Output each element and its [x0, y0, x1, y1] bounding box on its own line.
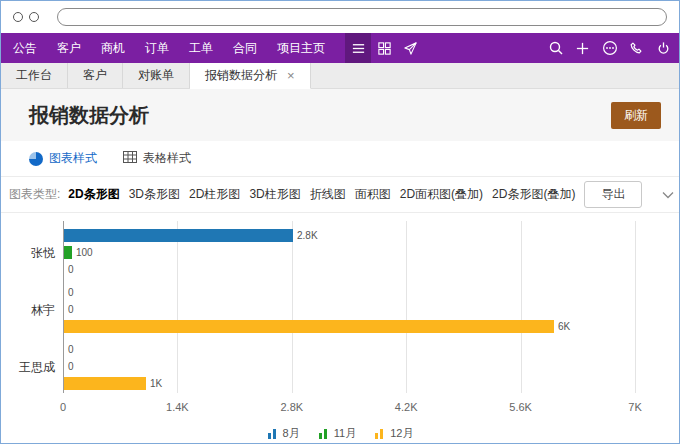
chart-type-option[interactable]: 3D柱形图: [249, 186, 300, 203]
legend-item: 8月: [267, 426, 300, 441]
plus-icon[interactable]: [569, 33, 596, 63]
chart-type-option[interactable]: 2D条形图: [68, 186, 119, 203]
tab-label: 工作台: [16, 67, 52, 84]
x-tick-label: 7K: [628, 401, 641, 413]
chart-plot: 2.8K1000006K001K: [63, 221, 635, 393]
bar-value-label: 0: [68, 303, 74, 316]
bar-value-label: 1K: [150, 377, 162, 390]
legend-item: 11月: [318, 426, 356, 441]
tab[interactable]: 对账单: [123, 63, 190, 88]
chart-type-option[interactable]: 折线图: [310, 186, 346, 203]
top-nav: 公告客户商机订单工单合同项目主页: [1, 33, 679, 63]
view-toggle: 图表样式 表格样式: [1, 141, 679, 176]
gridline: [292, 221, 293, 393]
tab-label: 报销数据分析: [205, 67, 277, 84]
nav-item[interactable]: 合同: [223, 33, 267, 63]
legend-icon: [374, 428, 385, 439]
export-button[interactable]: 导出: [584, 181, 642, 208]
titlebar-circle-button-2[interactable]: [29, 12, 39, 22]
address-input[interactable]: [57, 8, 667, 26]
pie-chart-icon: [29, 152, 43, 166]
send-icon[interactable]: [397, 33, 423, 63]
bar-value-label: 0: [68, 263, 74, 276]
grid-icon[interactable]: [371, 33, 397, 63]
page-title: 报销数据分析: [29, 102, 149, 129]
chevron-down-icon[interactable]: [662, 191, 674, 199]
bar: [64, 377, 146, 390]
more-icon[interactable]: [596, 33, 623, 63]
bar-value-label: 100: [76, 246, 93, 259]
tab-close-icon[interactable]: ×: [287, 69, 295, 82]
titlebar: [1, 1, 679, 33]
gridline: [521, 221, 522, 393]
view-mode-label: 图表样式: [49, 150, 97, 167]
bar: [64, 320, 554, 333]
tab[interactable]: 报销数据分析×: [190, 63, 311, 89]
bar: [64, 229, 293, 242]
chart-type-option[interactable]: 3D条形图: [129, 186, 180, 203]
x-tick-label: 1.4K: [166, 401, 189, 413]
gridline: [177, 221, 178, 393]
tab[interactable]: 客户: [68, 63, 123, 88]
tab-label: 对账单: [138, 67, 174, 84]
x-tick-label: 2.8K: [280, 401, 303, 413]
x-tick-label: 0: [60, 401, 66, 413]
view-mode-chart[interactable]: 图表样式: [29, 150, 97, 167]
view-mode-label: 表格样式: [143, 150, 191, 167]
y-category-label: 林宇: [1, 302, 55, 319]
chart-type-option[interactable]: 2D面积图(叠加): [400, 186, 483, 203]
nav-item[interactable]: 客户: [47, 33, 91, 63]
power-icon[interactable]: [650, 33, 677, 63]
chart-type-option[interactable]: 面积图: [355, 186, 391, 203]
bar-value-label: 6K: [558, 320, 570, 333]
titlebar-circle-button-1[interactable]: [13, 12, 23, 22]
gridline: [406, 221, 407, 393]
legend-label: 8月: [283, 426, 300, 441]
legend-item: 12月: [374, 426, 413, 441]
chart-legend: 8月11月12月: [1, 426, 679, 441]
nav-menu: 公告客户商机订单工单合同项目主页: [3, 33, 335, 63]
nav-item[interactable]: 订单: [135, 33, 179, 63]
y-category-label: 张悦: [1, 245, 55, 262]
app-window: { "window": { "address_value": "", "clos…: [0, 0, 680, 444]
legend-label: 12月: [390, 426, 413, 441]
legend-label: 11月: [334, 426, 356, 441]
x-tick-label: 5.6K: [509, 401, 532, 413]
legend-icon: [267, 428, 278, 439]
x-tick-label: 4.2K: [395, 401, 418, 413]
bar-value-label: 2.8K: [297, 229, 318, 242]
legend-icon: [318, 428, 329, 439]
view-mode-table[interactable]: 表格样式: [123, 150, 191, 167]
refresh-button[interactable]: 刷新: [611, 102, 661, 129]
nav-icons-right: [542, 33, 677, 63]
y-category-label: 王思成: [1, 359, 55, 376]
search-icon[interactable]: [542, 33, 569, 63]
chart-type-option[interactable]: 2D条形图(叠加): [492, 186, 575, 203]
nav-item[interactable]: 工单: [179, 33, 223, 63]
tab-label: 客户: [83, 67, 107, 84]
bar-value-label: 0: [68, 360, 74, 373]
table-icon: [123, 151, 137, 166]
tab-bar: 工作台客户对账单报销数据分析×: [1, 63, 679, 89]
phone-icon[interactable]: [623, 33, 650, 63]
chart-type-row: 图表类型: 2D条形图3D条形图2D柱形图3D柱形图折线图面积图2D面积图(叠加…: [1, 176, 679, 213]
nav-item[interactable]: 项目主页: [267, 33, 335, 63]
bar-value-label: 0: [68, 343, 74, 356]
gridline: [635, 221, 636, 393]
tab[interactable]: 工作台: [1, 63, 68, 88]
chart-type-option[interactable]: 2D柱形图: [189, 186, 240, 203]
chart-type-options: 2D条形图3D条形图2D柱形图3D柱形图折线图面积图2D面积图(叠加)2D条形图…: [68, 186, 584, 203]
bar-chart: 2.8K1000006K001K 8月11月12月 01.4K2.8K4.2K5…: [1, 221, 679, 444]
chart-type-label: 图表类型:: [9, 186, 60, 203]
bar-value-label: 0: [68, 286, 74, 299]
nav-item[interactable]: 公告: [3, 33, 47, 63]
bar: [64, 246, 72, 259]
page-header: 报销数据分析 刷新: [1, 89, 679, 141]
nav-icons-left: [345, 33, 423, 63]
nav-item[interactable]: 商机: [91, 33, 135, 63]
menu-icon[interactable]: [345, 33, 371, 63]
